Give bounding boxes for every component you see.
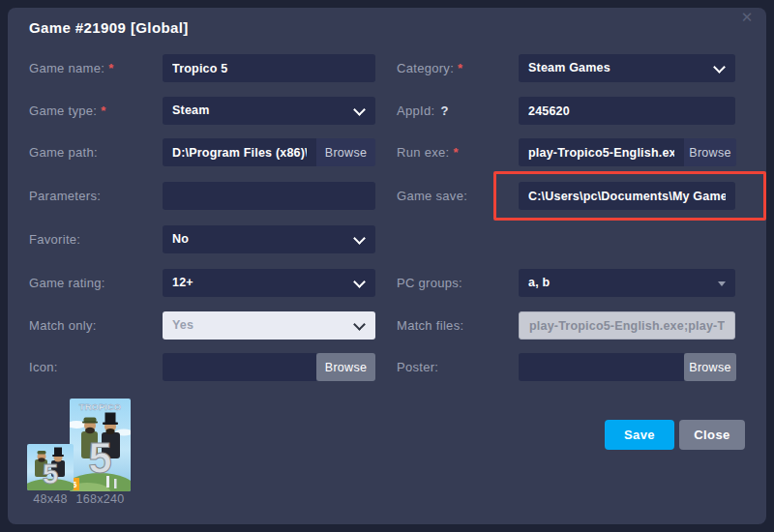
close-icon[interactable]: ✕	[735, 6, 759, 29]
favorite-select[interactable]: No	[163, 225, 375, 253]
poster-input[interactable]	[519, 353, 684, 381]
game-save-label: Game save:	[397, 182, 467, 210]
field-row-poster: Poster: Browse	[0, 353, 774, 381]
poster-title-text: TROPICO	[79, 401, 121, 412]
game-icon-image: 5	[27, 444, 74, 490]
run-exe-browse-button[interactable]: Browse	[684, 138, 736, 166]
appid-input[interactable]	[519, 97, 735, 125]
close-button[interactable]: Close	[679, 420, 745, 450]
chevron-down-icon	[353, 232, 366, 245]
field-row-match-files: Match files:	[0, 311, 774, 340]
field-row-category: Category:* Steam Games	[0, 54, 774, 82]
run-exe-input[interactable]	[519, 138, 684, 166]
triangle-down-icon	[718, 281, 726, 286]
field-row-appid: AppId:?	[0, 97, 774, 125]
help-icon[interactable]: ?	[440, 103, 448, 118]
favorite-label: Favorite:	[29, 225, 80, 253]
required-asterisk: *	[458, 61, 462, 75]
run-exe-label: Run exe:*	[397, 138, 459, 166]
field-row-run-exe: Run exe:* Browse	[0, 138, 774, 166]
chevron-down-icon	[713, 61, 726, 74]
poster-browse-button[interactable]: Browse	[684, 353, 736, 381]
game-save-input[interactable]	[519, 182, 735, 210]
pc-groups-label: PC groups:	[397, 269, 462, 297]
appid-label: AppId:?	[397, 97, 449, 125]
match-files-label: Match files:	[397, 311, 463, 340]
icon-number-text: 5	[43, 458, 59, 489]
category-select[interactable]: Steam Games	[519, 54, 735, 82]
field-row-game-save: Game save:	[0, 182, 774, 210]
category-label: Category:*	[397, 54, 462, 82]
modal-title: Game #21909 [Global]	[29, 19, 189, 36]
field-row-favorite: Favorite: No	[0, 225, 774, 253]
poster-label: Poster:	[397, 353, 438, 381]
required-asterisk: *	[453, 145, 458, 160]
poster-size-label: 168x240	[64, 492, 136, 506]
pc-groups-select[interactable]: a, b	[519, 269, 735, 297]
poster-number-text: 5	[88, 434, 111, 482]
game-poster-image: TROPICO 5 6	[70, 399, 131, 491]
field-row-pc-groups: PC groups: a, b	[0, 269, 774, 297]
save-button[interactable]: Save	[605, 420, 674, 450]
match-files-input	[519, 311, 735, 340]
